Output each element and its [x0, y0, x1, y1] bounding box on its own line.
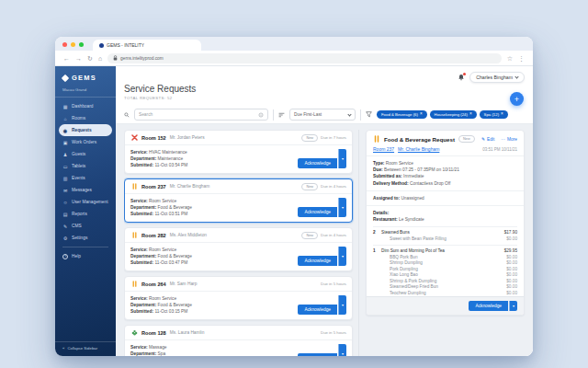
- collapse-sidebar-button[interactable]: « Collapse Sidebar: [55, 341, 116, 356]
- sidebar: GEMS Macau Grand ▦ Dashboard ⌂ Rooms ◉ R…: [55, 66, 116, 356]
- due-text: Due in 7 hours: [321, 135, 346, 140]
- filter-chip-food-beverage[interactable]: Food & Beverage (6) ×: [377, 110, 427, 119]
- gems-logo-icon: [62, 74, 69, 81]
- url-field[interactable]: gems.intelityprod.com: [107, 53, 502, 63]
- request-card[interactable]: Room 264 Mr. Sam Harp Due in 5 hours Ser…: [124, 276, 353, 320]
- request-card[interactable]: Room 282 Ms. Alex Middleton New Due in 4…: [124, 227, 353, 271]
- maintenance-icon: [130, 134, 138, 142]
- acknowledge-button[interactable]: Acknowledge: [469, 301, 508, 311]
- detail-header: Food & Beverage Request New ✎Edit ⋯More …: [367, 131, 524, 155]
- room-link[interactable]: Room 237: [373, 146, 394, 152]
- search-icon: [124, 112, 130, 118]
- more-label: More: [507, 137, 517, 142]
- food-beverage-icon: [130, 183, 138, 190]
- card-body: Service: Room Service Department: Food &…: [125, 243, 352, 270]
- more-button[interactable]: ⋯More: [501, 137, 517, 142]
- filter-funnel-icon[interactable]: [366, 111, 372, 118]
- acknowledge-button[interactable]: Acknowledge: [298, 207, 337, 217]
- card-body: Service: Room Service Department: Food &…: [125, 292, 352, 319]
- guest-name: Ms. Laura Hamlin: [170, 330, 205, 335]
- sidebar-item-label: Guests: [72, 152, 85, 156]
- chip-close-icon[interactable]: ×: [420, 112, 423, 117]
- sort-select[interactable]: Due First-Last: [289, 109, 356, 121]
- request-card[interactable]: Room 128 Ms. Laura Hamlin Due in 5 hours…: [124, 325, 353, 356]
- sidebar-item-user-management[interactable]: ☺ User Management: [55, 196, 116, 208]
- forward-icon[interactable]: →: [75, 55, 82, 62]
- browser-tab[interactable]: GEMS - INTELITY: [93, 40, 201, 51]
- sort-value: Due First-Last: [294, 112, 322, 117]
- requests-icon: ◉: [62, 128, 68, 133]
- sidebar-item-label: User Management: [72, 200, 107, 204]
- sidebar-item-cms[interactable]: ✎ CMS: [55, 220, 116, 232]
- status-badge: New: [301, 232, 318, 239]
- details-label: Details:: [373, 211, 389, 215]
- sidebar-item-rooms[interactable]: ⌂ Rooms: [55, 112, 116, 124]
- submitted-label: Submitted:: [130, 260, 153, 265]
- service-label: Service:: [130, 296, 148, 301]
- acknowledge-button[interactable]: Acknowledge: [298, 158, 337, 168]
- sidebar-item-messages[interactable]: ✉ Messages: [55, 184, 116, 196]
- lock-icon: [113, 55, 118, 61]
- acknowledge-button[interactable]: Acknowledge: [298, 353, 337, 356]
- request-list: Room 152 Mr. Jordan Peters New Due in 7 …: [124, 130, 359, 356]
- tablets-icon: ▭: [62, 164, 68, 169]
- window-close-button[interactable]: [62, 42, 67, 47]
- filter-chip-housekeeping[interactable]: Housekeeping (24) ×: [430, 110, 477, 119]
- reload-icon[interactable]: ↻: [87, 55, 93, 62]
- search-settings-icon[interactable]: [258, 112, 264, 118]
- filter-chip-spa[interactable]: Spa (12) ×: [480, 110, 508, 119]
- service-label: Service:: [130, 150, 148, 155]
- submitted-value: 11-Oct 03:47 PM: [154, 260, 187, 265]
- page-title: Service Requests: [124, 84, 525, 94]
- sidebar-item-help[interactable]: ? Help: [55, 250, 116, 262]
- service-value: Room Service: [149, 296, 176, 301]
- room-number: Room 237: [141, 184, 166, 190]
- events-icon: ▥: [62, 176, 68, 181]
- acknowledge-caret-button[interactable]: ▾: [338, 344, 346, 356]
- food-beverage-icon: [130, 281, 138, 288]
- sort-icon: [278, 112, 285, 118]
- acknowledge-caret-button[interactable]: ▾: [338, 247, 346, 266]
- acknowledge-button[interactable]: Acknowledge: [298, 305, 337, 315]
- sidebar-item-tablets[interactable]: ▭ Tablets: [55, 160, 116, 172]
- add-request-button[interactable]: +: [510, 92, 524, 106]
- detail-title: Food & Beverage Request: [384, 136, 455, 143]
- acknowledge-caret-button[interactable]: ▾: [509, 301, 517, 311]
- sidebar-item-work-orders[interactable]: ▣ Work Orders: [55, 136, 116, 148]
- search-input[interactable]: [139, 112, 255, 117]
- sidebar-item-label: Rooms: [72, 116, 85, 121]
- filter-chips: Food & Beverage (6) × Housekeeping (24) …: [377, 110, 508, 119]
- sidebar-item-guests[interactable]: ♟ Guests: [55, 148, 116, 160]
- cms-icon: ✎: [62, 224, 68, 229]
- sidebar-item-reports[interactable]: ▤ Reports: [55, 208, 116, 220]
- bookmark-star-icon[interactable]: ☆: [507, 55, 513, 62]
- chip-close-icon[interactable]: ×: [469, 112, 472, 117]
- edit-button[interactable]: ✎Edit: [481, 137, 494, 142]
- request-card[interactable]: Room 152 Mr. Jordan Peters New Due in 7 …: [124, 130, 353, 174]
- window-minimize-button[interactable]: [71, 42, 75, 47]
- guest-link[interactable]: Mr. Charlie Bingham: [398, 146, 439, 152]
- chip-close-icon[interactable]: ×: [501, 112, 503, 117]
- acknowledge-caret-button[interactable]: ▾: [338, 149, 346, 168]
- department-value: Maintenance: [158, 156, 183, 161]
- sidebar-item-events[interactable]: ▥ Events: [55, 172, 116, 184]
- user-menu[interactable]: Charles Bingham: [469, 72, 525, 83]
- sidebar-item-dashboard[interactable]: ▦ Dashboard: [55, 100, 116, 112]
- acknowledge-caret-button[interactable]: ▾: [338, 198, 346, 217]
- due-text: Due in 5 hours: [321, 282, 346, 286]
- chevron-down-icon: [347, 112, 351, 116]
- sidebar-item-settings[interactable]: ⚙ Settings: [55, 232, 116, 244]
- order-item: 2Steamed Buns$17.90 Sweet with Bean Past…: [373, 226, 517, 245]
- divider: [273, 109, 274, 121]
- home-icon[interactable]: ⌂: [98, 55, 102, 62]
- request-card-selected[interactable]: Room 237 Mr. Charlie Bingham New Due in …: [124, 178, 353, 223]
- acknowledge-caret-button[interactable]: ▾: [338, 295, 346, 315]
- sidebar-item-label: Work Orders: [72, 140, 96, 144]
- browser-menu-icon[interactable]: ⋮: [518, 55, 525, 62]
- back-icon[interactable]: ←: [63, 55, 70, 62]
- sidebar-item-requests[interactable]: ◉ Requests: [59, 124, 112, 136]
- food-beverage-icon: [373, 135, 380, 143]
- acknowledge-button[interactable]: Acknowledge: [298, 256, 337, 266]
- notifications-button[interactable]: [458, 74, 465, 81]
- window-maximize-button[interactable]: [79, 42, 84, 47]
